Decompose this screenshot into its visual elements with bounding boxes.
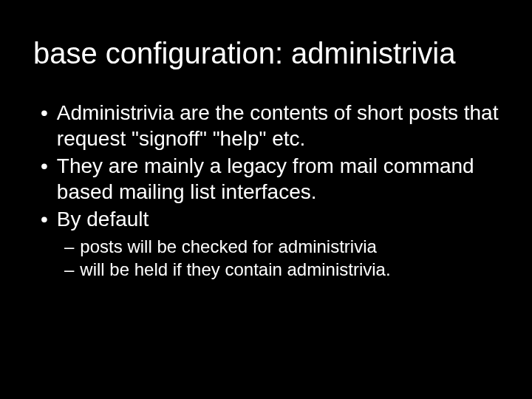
dash-marker-icon: – — [64, 258, 74, 281]
bullet-text: Administrivia are the contents of short … — [57, 100, 499, 151]
list-item: – posts will be checked for administrivi… — [64, 235, 499, 258]
bullet-marker-icon: • — [41, 153, 48, 205]
list-item: • By default — [41, 206, 499, 232]
list-item: • Administrivia are the contents of shor… — [41, 100, 499, 151]
bullet-text: By default — [57, 206, 499, 232]
bullet-list: • Administrivia are the contents of shor… — [33, 100, 499, 232]
list-item: • They are mainly a legacy from mail com… — [41, 153, 499, 205]
sub-bullet-list: – posts will be checked for administrivi… — [33, 235, 499, 281]
sub-bullet-text: will be held if they contain administriv… — [80, 258, 499, 281]
slide-title: base configuration: administrivia — [33, 37, 499, 70]
slide-container: base configuration: administrivia • Admi… — [0, 0, 532, 399]
bullet-marker-icon: • — [41, 100, 48, 151]
bullet-text: They are mainly a legacy from mail comma… — [57, 153, 499, 205]
bullet-marker-icon: • — [41, 206, 48, 232]
list-item: – will be held if they contain administr… — [64, 258, 499, 281]
dash-marker-icon: – — [64, 235, 74, 258]
sub-bullet-text: posts will be checked for administrivia — [80, 235, 499, 258]
